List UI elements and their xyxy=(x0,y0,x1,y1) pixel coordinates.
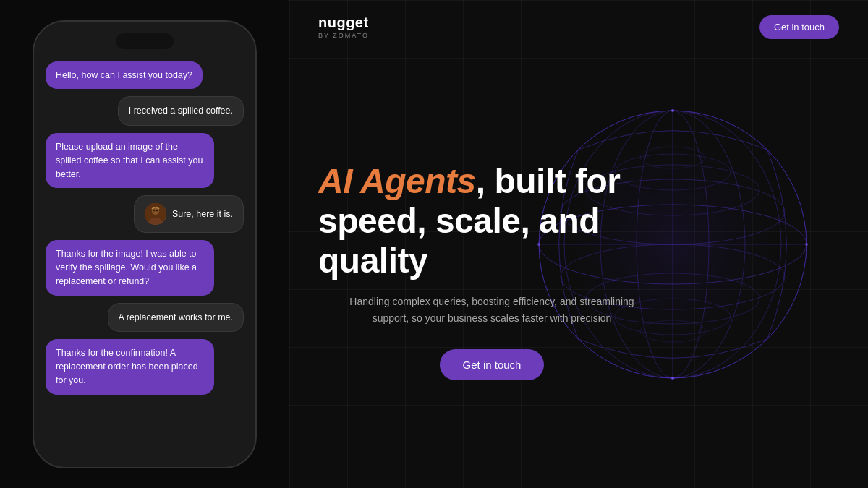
hero-subtitle: Handling complex queries, boosting effic… xyxy=(340,294,644,326)
hero-title: AI Agents, built for speed, scale, and q… xyxy=(318,161,665,281)
svg-point-25 xyxy=(805,243,808,246)
chat-bubble-agent-3: Thanks for the image! I was able to veri… xyxy=(46,240,214,295)
chat-row-3: Please upload an image of the spilled co… xyxy=(46,133,244,188)
logo-name: nugget xyxy=(318,14,369,31)
chat-row-6: A replacement works for me. xyxy=(46,303,244,333)
left-panel: Hello, how can I assist you today? I rec… xyxy=(0,0,289,488)
chat-row-5: Thanks for the image! I was able to veri… xyxy=(46,240,244,295)
user-avatar xyxy=(145,203,166,225)
chat-row-7: Thanks for the confirmation! A replaceme… xyxy=(46,339,244,394)
logo-area: nugget BY ZOMATO xyxy=(318,14,369,39)
chat-bubble-agent-1: Hello, how can I assist you today? xyxy=(46,61,203,90)
chat-row-2: I received a spilled coffee. xyxy=(46,96,244,126)
chat-bubble-user-avatar: Sure, here it is. xyxy=(134,195,244,233)
chat-row-4: Sure, here it is. xyxy=(46,195,244,233)
chat-bubble-user-2: A replacement works for me. xyxy=(108,303,244,333)
phone-frame: Hello, how can I assist you today? I rec… xyxy=(33,20,257,468)
user-avatar-text: Sure, here it is. xyxy=(172,207,233,221)
navbar: nugget BY ZOMATO Get in touch xyxy=(289,0,868,53)
hero-cta-button[interactable]: Get in touch xyxy=(440,349,545,380)
right-panel: nugget BY ZOMATO Get in touch AI Agents,… xyxy=(289,0,868,488)
logo-subtitle: BY ZOMATO xyxy=(318,32,369,39)
phone-screen: Hello, how can I assist you today? I rec… xyxy=(46,61,244,445)
nav-cta-button[interactable]: Get in touch xyxy=(760,15,839,39)
hero-title-highlight: AI Agents xyxy=(318,162,476,200)
chat-bubble-agent-4: Thanks for the confirmation! A replaceme… xyxy=(46,339,214,394)
chat-row-1: Hello, how can I assist you today? xyxy=(46,61,244,90)
chat-bubble-user-1: I received a spilled coffee. xyxy=(118,96,244,126)
chat-bubble-agent-2: Please upload an image of the spilled co… xyxy=(46,133,214,188)
svg-point-3 xyxy=(153,210,155,212)
hero-content: AI Agents, built for speed, scale, and q… xyxy=(289,53,694,488)
svg-point-4 xyxy=(156,210,158,212)
phone-notch xyxy=(116,33,174,49)
